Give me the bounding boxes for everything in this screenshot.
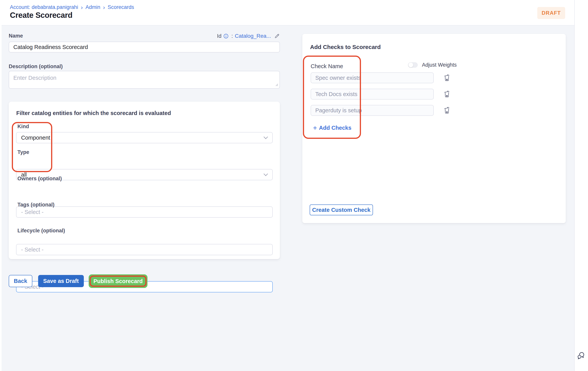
kind-value: Component <box>21 135 50 141</box>
check-name-input[interactable] <box>311 89 434 99</box>
edit-pencil-icon[interactable] <box>274 33 280 39</box>
id-label: Id <box>217 33 221 39</box>
breadcrumb-separator-icon: › <box>103 5 105 10</box>
check-name-column-header: Check Name <box>311 63 343 70</box>
check-name-input[interactable] <box>311 105 434 116</box>
chevron-down-icon <box>264 172 268 176</box>
chat-bubbles-icon <box>577 357 585 360</box>
delete-check-button[interactable] <box>443 90 451 99</box>
page-title: Create Scorecard <box>10 11 72 20</box>
adjust-weights-label: Adjust Weights <box>422 62 457 68</box>
filter-card: Filter catalog entities for which the sc… <box>9 102 280 259</box>
info-icon[interactable] <box>223 33 229 39</box>
publish-scorecard-label: Publish Scorecard <box>94 278 143 285</box>
status-badge: DRAFT <box>537 7 565 19</box>
check-name-input[interactable] <box>311 73 434 83</box>
check-row <box>311 105 458 116</box>
delete-check-button[interactable] <box>443 73 451 82</box>
trash-icon <box>443 73 451 83</box>
kind-label: Kind <box>17 124 29 129</box>
right-rail <box>574 0 588 371</box>
name-label: Name <box>9 33 23 39</box>
id-row: Id : Catalog_Rea... <box>219 33 280 39</box>
scorecard-id-link[interactable]: Catalog_Rea... <box>235 33 271 39</box>
description-label: Description (optional) <box>9 64 63 70</box>
check-row <box>311 89 458 99</box>
owners-placeholder: - Select - <box>21 209 43 215</box>
filter-heading: Filter catalog entities for which the sc… <box>16 110 171 116</box>
publish-scorecard-button[interactable]: Publish Scorecard <box>89 274 147 288</box>
breadcrumb-separator-icon: › <box>81 5 83 10</box>
id-colon: : <box>231 33 233 39</box>
add-checks-heading: Add Checks to Scorecard <box>310 44 381 50</box>
tags-placeholder: - Select - <box>21 246 43 253</box>
kind-select[interactable]: Component <box>16 132 273 143</box>
tags-select[interactable]: - Select - <box>16 244 273 255</box>
resize-handle-icon[interactable] <box>275 83 278 87</box>
description-textarea[interactable] <box>9 71 280 89</box>
back-button[interactable]: Back <box>9 275 32 287</box>
save-as-draft-button[interactable]: Save as Draft <box>38 275 84 287</box>
create-custom-check-button[interactable]: Create Custom Check <box>310 204 373 215</box>
chevron-down-icon <box>264 135 268 139</box>
breadcrumb-scorecards-link[interactable]: Scorecards <box>108 4 134 10</box>
type-label: Type <box>17 149 29 155</box>
breadcrumb-account-link[interactable]: Account: debabrata.panigrahi <box>10 4 78 10</box>
breadcrumb: Account: debabrata.panigrahi › Admin › S… <box>10 4 134 10</box>
delete-check-button[interactable] <box>443 106 451 115</box>
page-header: Account: debabrata.panigrahi › Admin › S… <box>1 0 574 26</box>
name-input[interactable] <box>9 42 280 53</box>
add-checks-button[interactable]: + Add Checks <box>313 125 351 131</box>
toggle-knob <box>408 63 413 67</box>
trash-icon <box>443 106 451 115</box>
lifecycle-label: Lifecycle (optional) <box>17 228 65 234</box>
add-checks-label: Add Checks <box>319 125 351 131</box>
adjust-weights-toggle[interactable] <box>408 62 418 68</box>
plus-icon: + <box>313 125 317 131</box>
check-row <box>311 73 458 83</box>
owners-label: Owners (optional) <box>17 176 62 182</box>
owners-select[interactable]: - Select - <box>16 206 273 218</box>
trash-icon <box>443 90 451 99</box>
chat-help-button[interactable] <box>577 351 585 360</box>
breadcrumb-admin-link[interactable]: Admin <box>85 4 100 10</box>
check-list <box>311 73 458 121</box>
tags-label: Tags (optional) <box>17 202 54 208</box>
